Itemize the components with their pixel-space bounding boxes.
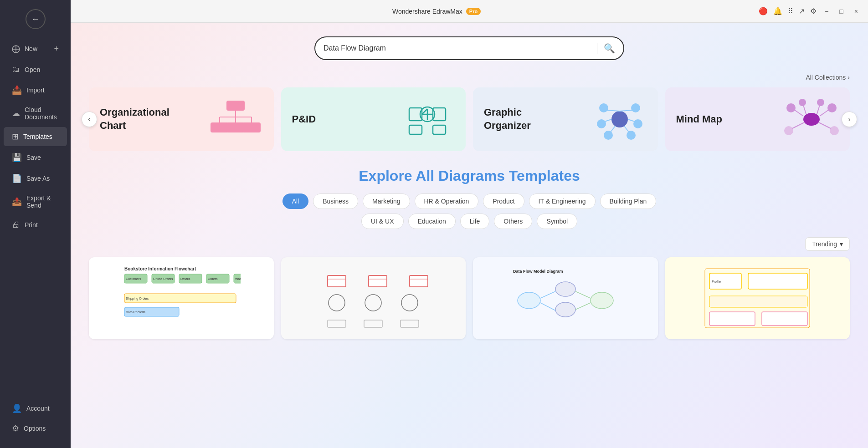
import-icon: 📥 [12, 85, 22, 95]
carousel-card-mind-map[interactable]: Mind Map [665, 87, 850, 151]
filter-all[interactable]: All [282, 193, 309, 209]
sort-dropdown[interactable]: Trending ▾ [805, 237, 850, 251]
template-grid: Bookstore Information Flowchart Customer… [89, 257, 850, 339]
sidebar-item-save-as[interactable]: 📄 Save As [4, 169, 67, 188]
svg-line-39 [792, 122, 804, 128]
search-bar: 🔍 [314, 36, 624, 60]
sidebar-item-label: Options [24, 425, 46, 432]
svg-rect-62 [410, 275, 428, 287]
sidebar-item-print[interactable]: 🖨 Print [4, 215, 67, 234]
filter-education[interactable]: Education [408, 214, 456, 229]
carousel-card-pid[interactable]: P&ID [281, 87, 466, 151]
sidebar-item-label: New [25, 45, 37, 52]
filter-pills-row1: All Business Marketing HR & Operation Pr… [89, 193, 850, 209]
search-input[interactable] [324, 44, 591, 52]
org-chart-title: Organizational Chart [100, 106, 173, 132]
bell-icon[interactable]: 🔔 [773, 7, 782, 15]
titlebar-right: 🔴 🔔 ⠿ ↗ ⚙ − □ × [759, 7, 861, 16]
chevron-right-icon: › [847, 74, 850, 81]
search-section: 🔍 [89, 36, 850, 60]
open-icon: 🗂 [12, 65, 20, 74]
template-card-misc[interactable]: Profile [665, 257, 850, 339]
svg-text:Data Flow Model Diagram: Data Flow Model Diagram [513, 269, 563, 274]
sidebar-item-label: Open [25, 66, 40, 73]
sidebar-bottom: 👤 Account ⚙ Options [0, 398, 71, 443]
settings-icon[interactable]: ⚙ [810, 7, 817, 15]
carousel-next-button[interactable]: › [842, 112, 857, 127]
svg-rect-0 [226, 101, 245, 111]
svg-point-21 [633, 119, 642, 128]
svg-point-65 [365, 295, 381, 311]
carousel-track: Organizational Chart [89, 87, 850, 151]
svg-text:Profile: Profile [712, 280, 721, 283]
close-button[interactable]: × [852, 7, 861, 16]
sidebar-item-import[interactable]: 📥 Import [4, 81, 67, 100]
main-content: Wondershare EdrawMax Pro 🔴 🔔 ⠿ ↗ ⚙ − □ ×… [71, 0, 868, 448]
sidebar-item-open[interactable]: 🗂 Open [4, 60, 67, 79]
svg-line-16 [422, 109, 427, 114]
sidebar-item-options[interactable]: ⚙ Options [4, 419, 67, 438]
filter-building[interactable]: Building Plan [600, 193, 657, 209]
sidebar-item-save[interactable]: 💾 Save [4, 148, 67, 167]
sidebar-item-account[interactable]: 👤 Account [4, 399, 67, 418]
apps-icon[interactable]: ⠿ [788, 7, 793, 15]
svg-rect-12 [433, 125, 446, 134]
graphic-organizer-image [592, 97, 647, 142]
maximize-button[interactable]: □ [837, 7, 846, 16]
svg-line-29 [624, 126, 629, 132]
pid-title: P&ID [292, 113, 316, 126]
template-card-dfd[interactable] [281, 257, 466, 339]
svg-text:Data Records: Data Records [126, 311, 145, 314]
minimize-button[interactable]: − [822, 7, 831, 16]
filter-ui[interactable]: UI & UX [361, 214, 404, 229]
save-as-icon: 📄 [12, 173, 22, 183]
filter-symbol[interactable]: Symbol [537, 214, 577, 229]
filter-it[interactable]: IT & Engineering [529, 193, 596, 209]
svg-rect-4 [211, 122, 229, 132]
section-header: All Collections › [89, 74, 850, 81]
svg-line-28 [611, 126, 615, 132]
all-collections-button[interactable]: All Collections › [806, 74, 850, 81]
svg-point-66 [401, 295, 418, 311]
content-area: 🔍 All Collections › ‹ Organizational Cha… [71, 23, 868, 448]
template-card-dfm[interactable]: Data Flow Model Diagram [473, 257, 658, 339]
template-card-bookstore[interactable]: Bookstore Information Flowchart Customer… [89, 257, 274, 339]
search-icon[interactable]: 🔍 [604, 43, 615, 54]
share-icon[interactable]: ↗ [799, 7, 805, 15]
sidebar-item-label: Cloud Documents [25, 106, 59, 121]
filter-marketing[interactable]: Marketing [363, 193, 410, 209]
carousel-card-org-chart[interactable]: Organizational Chart [89, 87, 274, 151]
sidebar-item-cloud[interactable]: ☁ Cloud Documents [4, 102, 67, 125]
svg-rect-85 [762, 312, 807, 326]
sidebar-item-export[interactable]: 📤 Export & Send [4, 190, 67, 214]
account-icon: 👤 [12, 403, 22, 413]
sidebar-item-label: Print [25, 221, 38, 229]
filter-hr[interactable]: HR & Operation [415, 193, 479, 209]
svg-line-24 [606, 110, 620, 111]
back-button[interactable]: ← [26, 9, 46, 29]
svg-rect-60 [369, 275, 387, 287]
svg-rect-84 [709, 312, 755, 326]
carousel-card-graphic-organizer[interactable]: Graphic Organizer [473, 87, 658, 151]
print-icon: 🖨 [12, 220, 20, 229]
help-icon[interactable]: 🔴 [759, 7, 768, 15]
filter-life[interactable]: Life [460, 214, 490, 229]
filter-others[interactable]: Others [494, 214, 532, 229]
new-icon: ⨁ [12, 44, 20, 54]
svg-rect-8 [242, 122, 261, 132]
svg-line-38 [820, 110, 829, 116]
svg-text:Details: Details [180, 277, 190, 280]
sidebar-item-templates[interactable]: ⊞ Templates [4, 127, 67, 146]
svg-line-77 [575, 291, 591, 298]
sidebar-item-new[interactable]: ⨁ New + [4, 39, 67, 58]
svg-point-64 [329, 295, 345, 311]
titlebar: Wondershare EdrawMax Pro 🔴 🔔 ⠿ ↗ ⚙ − □ × [71, 0, 868, 23]
svg-point-72 [555, 282, 575, 296]
sidebar-item-label: Import [26, 87, 45, 94]
pro-badge: Pro [466, 8, 481, 15]
sidebar-item-label: Export & Send [26, 194, 59, 209]
svg-point-22 [604, 131, 613, 140]
carousel-prev-button[interactable]: ‹ [82, 112, 97, 127]
filter-business[interactable]: Business [313, 193, 358, 209]
filter-product[interactable]: Product [483, 193, 524, 209]
